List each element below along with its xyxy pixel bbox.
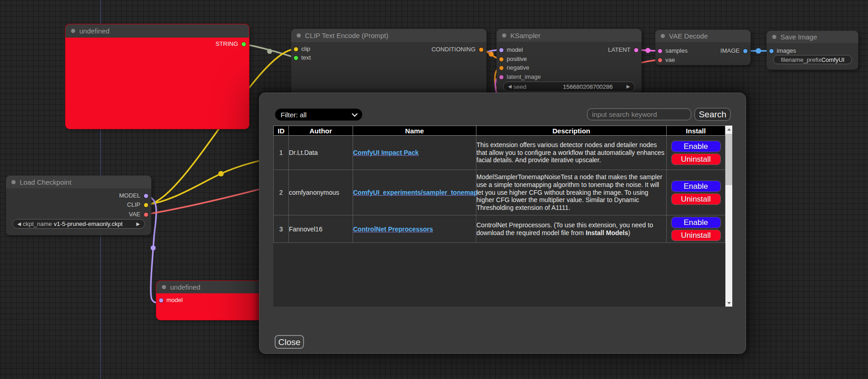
description-text: ModelSamplerTonemapNoiseTest a node that… (476, 173, 662, 211)
column-header-id: ID (274, 126, 289, 136)
node-collapse-dot-icon[interactable] (502, 33, 506, 38)
extension-list-scroll-area: IDAuthorNameDescriptionInstall 1Dr.Lt.Da… (273, 126, 732, 307)
node-vae-decode[interactable]: VAE DecodesamplesvaeIMAGE (655, 30, 751, 65)
node-save-image[interactable]: Save Imageimagesfilename_prefixComfyUI (767, 31, 858, 70)
input-slot-model[interactable]: model (156, 297, 264, 304)
widget-label: ckpt_name (23, 220, 52, 227)
cell-author: Fannovel16 (289, 215, 353, 243)
enable-button[interactable]: Enable (671, 217, 721, 228)
node-collapse-dot-icon[interactable] (11, 180, 16, 184)
input-slot-label: negative (507, 64, 529, 71)
extension-manager-dialog: Filter: all Search IDAuthorNameDescripti… (259, 93, 746, 354)
node-ksampler[interactable]: KSamplermodelpositivenegativelatent_imag… (497, 29, 641, 94)
input-port-icon[interactable] (159, 298, 163, 302)
input-slot-text[interactable]: text (291, 54, 487, 61)
scroll-up-arrow-icon[interactable] (725, 126, 732, 133)
input-port-icon[interactable] (294, 56, 298, 60)
column-header-install: Install (667, 126, 725, 136)
cell-description: ControlNet Preprocessors. (To use this e… (476, 215, 667, 243)
uninstall-button[interactable]: Uninstall (671, 193, 721, 205)
extension-table: IDAuthorNameDescriptionInstall 1Dr.Lt.Da… (273, 126, 725, 243)
input-slot-latent_image[interactable]: latent_image (497, 73, 641, 81)
cell-author: comfyanonymous (289, 170, 353, 215)
output-slot-VAE[interactable]: VAE (6, 211, 151, 218)
output-port-icon[interactable] (144, 203, 148, 207)
scroll-down-arrow-icon[interactable] (725, 299, 732, 307)
extension-link[interactable]: ControlNet Preprocessors (353, 225, 433, 233)
output-port-icon[interactable] (634, 48, 638, 52)
node-titlebar: CLIP Text Encode (Prompt) (291, 29, 487, 42)
widget-value: ComfyUI (821, 56, 852, 63)
widget-seed[interactable]: ◀seed156680208700286▶ (503, 82, 635, 92)
node-title: undefined (79, 27, 110, 35)
description-text: ) (628, 229, 630, 236)
table-scrollbar[interactable] (725, 126, 732, 307)
table-row: 2comfyanonymousComfyUI_experiments/sampl… (274, 170, 725, 215)
column-header-description: Description (476, 126, 667, 136)
input-slot-negative[interactable]: negative (497, 64, 641, 71)
close-button[interactable]: Close (275, 335, 304, 349)
input-slot-positive[interactable]: positive (497, 55, 641, 63)
input-port-icon[interactable] (769, 49, 774, 53)
widget-increment-icon[interactable]: ▶ (134, 222, 144, 226)
output-port-icon[interactable] (242, 42, 246, 46)
input-port-icon[interactable] (499, 57, 503, 61)
node-titlebar: Save Image (767, 31, 858, 43)
output-slot-LATENT[interactable]: LATENT (497, 46, 641, 54)
column-header-name: Name (353, 126, 476, 136)
input-slot-label: model (166, 297, 182, 304)
output-port-icon[interactable] (144, 194, 148, 198)
input-slot-vae[interactable]: vae (655, 56, 751, 64)
cell-name: ComfyUI_experiments/sampler_tonemap (353, 170, 476, 215)
node-title: KSampler (510, 32, 541, 39)
node-clip-text-encode[interactable]: CLIP Text Encode (Prompt)cliptextCONDITI… (291, 29, 487, 98)
output-slot-label: CONDITIONING (431, 46, 475, 53)
node-titlebar: undefined (156, 281, 264, 293)
widget-ckpt_name[interactable]: ◀ckpt_namev1-5-pruned-emaonly.ckpt▶ (12, 219, 145, 229)
uninstall-button[interactable]: Uninstall (671, 230, 721, 241)
filter-dropdown[interactable]: Filter: all (275, 109, 362, 121)
widget-increment-icon[interactable]: ▶ (625, 84, 635, 89)
extension-link[interactable]: ComfyUI Impact Pack (353, 149, 419, 156)
input-port-icon[interactable] (499, 75, 503, 79)
output-slot-label: IMAGE (720, 47, 740, 55)
input-port-icon[interactable] (499, 66, 503, 70)
node-load-checkpoint[interactable]: Load CheckpointMODELCLIPVAE◀ckpt_namev1-… (6, 176, 151, 235)
output-port-icon[interactable] (479, 48, 483, 52)
node-node-undefined-top[interactable]: undefinedSTRING (66, 24, 249, 129)
scrollbar-thumb[interactable] (725, 134, 732, 185)
search-button[interactable]: Search (694, 108, 731, 121)
output-slot-label: VAE (129, 211, 140, 218)
node-collapse-dot-icon[interactable] (71, 29, 75, 33)
widget-decrement-icon[interactable]: ◀ (503, 84, 514, 89)
output-slot-label: CLIP (127, 201, 140, 209)
cell-install: EnableUninstall (667, 136, 725, 170)
node-collapse-dot-icon[interactable] (162, 285, 166, 289)
input-slot-label: latent_image (507, 73, 541, 81)
widget-value: v1-5-pruned-emaonly.ckpt (54, 220, 122, 227)
output-slot-IMAGE[interactable]: IMAGE (655, 47, 751, 55)
output-slot-STRING[interactable]: STRING (66, 40, 249, 48)
enable-button[interactable]: Enable (671, 181, 721, 192)
output-port-icon[interactable] (144, 213, 148, 217)
output-slot-CLIP[interactable]: CLIP (6, 201, 151, 209)
cell-id: 3 (274, 215, 289, 243)
uninstall-button[interactable]: Uninstall (671, 154, 721, 165)
input-slot-images[interactable]: images (767, 47, 858, 55)
node-collapse-dot-icon[interactable] (297, 33, 301, 38)
output-slot-CONDITIONING[interactable]: CONDITIONING (291, 46, 487, 53)
output-slot-MODEL[interactable]: MODEL (6, 192, 151, 199)
widget-decrement-icon[interactable]: ◀ (13, 222, 23, 226)
output-port-icon[interactable] (743, 49, 747, 53)
extension-link[interactable]: ComfyUI_experiments/sampler_tonemap (353, 189, 478, 196)
node-collapse-dot-icon[interactable] (661, 34, 665, 38)
widget-filename_prefix[interactable]: filename_prefixComfyUI (773, 55, 852, 64)
search-input[interactable] (587, 108, 691, 121)
input-port-icon[interactable] (658, 58, 662, 62)
node-title: Load Checkpoint (20, 178, 72, 186)
graph-canvas[interactable]: undefinedSTRINGCLIP Text Encode (Prompt)… (0, 0, 868, 379)
enable-button[interactable]: Enable (671, 141, 721, 152)
table-row: 1Dr.Lt.DataComfyUI Impact PackThis exten… (274, 136, 725, 170)
node-collapse-dot-icon[interactable] (772, 35, 776, 39)
node-node-undefined-bottom[interactable]: undefinedmodel (156, 281, 264, 320)
